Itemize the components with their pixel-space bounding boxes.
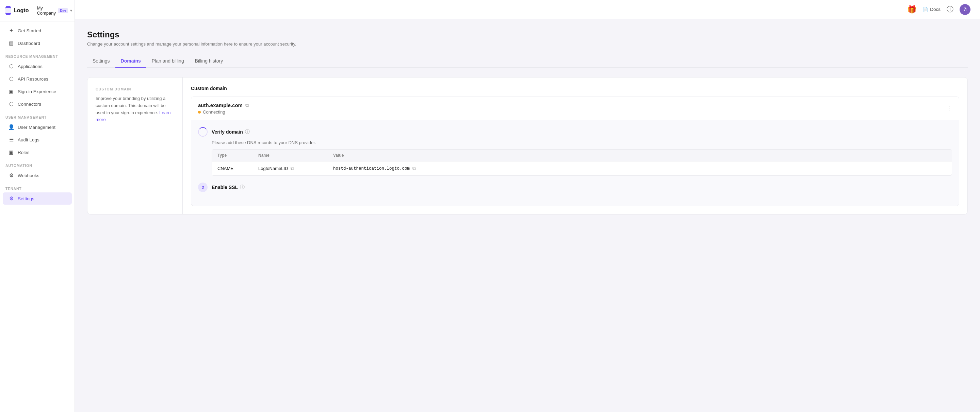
logto-logo	[5, 6, 11, 15]
docs-page-icon: 📄	[923, 7, 928, 12]
page-content: Settings Change your account settings an…	[75, 19, 980, 412]
sidebar-item-label: User Management	[18, 125, 56, 130]
step2-info-icon[interactable]: ⓘ	[240, 184, 245, 190]
step-desc: Please add these DNS records to your DNS…	[212, 140, 952, 145]
sidebar-item-applications[interactable]: ⬡ Applications	[3, 60, 72, 73]
sidebar-item-roles[interactable]: ▣ Roles	[3, 146, 72, 158]
sidebar-item-label: Audit Logs	[18, 137, 40, 143]
api-resources-icon: ⬡	[8, 76, 14, 82]
tab-billing-history[interactable]: Billing history	[189, 55, 228, 68]
sidebar-item-audit-logs[interactable]: ☰ Audit Logs	[3, 133, 72, 146]
company-selector[interactable]: My Company Dev ▾	[37, 5, 72, 16]
card-sidebar-label: CUSTOM DOMAIN	[95, 87, 174, 91]
docs-label: Docs	[930, 7, 940, 12]
main: 🎁 📄 Docs ⓘ Й Settings Change your accoun…	[75, 0, 980, 412]
dashboard-icon: ▤	[8, 40, 14, 46]
dns-col-type: Type	[218, 153, 258, 158]
company-name: My Company	[37, 5, 56, 16]
status-dot	[198, 111, 201, 114]
roles-icon: ▣	[8, 149, 14, 155]
copy-domain-icon[interactable]: ⧉	[245, 102, 249, 108]
copy-name-icon[interactable]: ⧉	[291, 166, 294, 171]
domain-name: auth.example.com	[198, 102, 243, 108]
topbar: 🎁 📄 Docs ⓘ Й	[75, 0, 980, 19]
dns-table-row: CNAME LogtoNameLID ⧉ hostd-authenticatio…	[212, 162, 952, 176]
help-icon[interactable]: ⓘ	[947, 5, 953, 14]
step-enable-ssl: 2 Enable SSL ⓘ	[198, 182, 952, 192]
dns-col-name: Name	[258, 153, 333, 158]
section-label-user: USER MANAGEMENT	[0, 111, 75, 121]
sidebar-item-get-started[interactable]: ✦ Get Started	[3, 24, 72, 37]
sidebar-item-connectors[interactable]: ⬡ Connectors	[3, 98, 72, 110]
domain-box: auth.example.com ⧉ Connecting ⋮	[191, 97, 959, 206]
learn-more-link[interactable]: Learn more	[95, 110, 170, 122]
page-subtitle: Change your account settings and manage …	[87, 41, 968, 47]
sidebar-item-label: Dashboard	[18, 41, 40, 46]
step-verify-domain: Verify domain ⓘ Please add these DNS rec…	[198, 127, 952, 176]
dev-badge: Dev	[58, 8, 68, 13]
status-text: Connecting	[203, 109, 225, 114]
step2-title: Enable SSL	[212, 185, 238, 190]
section-label-automation: AUTOMATION	[0, 159, 75, 169]
sidebar-item-sign-in-experience[interactable]: ▣ Sign-in Experience	[3, 85, 72, 98]
info-icon[interactable]: ⓘ	[245, 129, 250, 135]
step2-title-row: Enable SSL ⓘ	[212, 184, 245, 190]
dns-table: Type Name Value CNAME LogtoNameLID ⧉	[212, 149, 952, 176]
custom-domain-card: CUSTOM DOMAIN Improve your branding by u…	[87, 77, 968, 214]
step-spinner	[198, 127, 208, 137]
more-options-icon[interactable]: ⋮	[946, 105, 952, 111]
card-sidebar-desc: Improve your branding by utilizing a cus…	[95, 95, 174, 124]
sidebar-item-label: Webhooks	[18, 173, 40, 178]
sidebar-item-user-management[interactable]: 👤 User Management	[3, 121, 72, 133]
sidebar-item-api-resources[interactable]: ⬡ API Resources	[3, 73, 72, 85]
domain-steps: Verify domain ⓘ Please add these DNS rec…	[191, 120, 959, 206]
gift-icon[interactable]: 🎁	[907, 5, 916, 14]
domain-header: auth.example.com ⧉ Connecting ⋮	[191, 97, 959, 120]
get-started-icon: ✦	[8, 27, 14, 34]
card-main: Custom domain auth.example.com ⧉ Connect…	[183, 78, 967, 214]
dns-col-value: Value	[333, 153, 946, 158]
card-sidebar: CUSTOM DOMAIN Improve your branding by u…	[88, 78, 183, 214]
sidebar-item-label: Settings	[18, 196, 34, 201]
section-label-resource: RESOURCE MANAGEMENT	[0, 50, 75, 60]
sidebar-item-webhooks[interactable]: ⚙ Webhooks	[3, 169, 72, 182]
sidebar-header: Logto My Company Dev ▾	[0, 0, 75, 21]
sidebar-item-label: API Resources	[18, 76, 48, 82]
step-header: Verify domain ⓘ	[198, 127, 952, 137]
dns-name: LogtoNameLID	[258, 166, 288, 171]
dns-table-header: Type Name Value	[212, 150, 952, 162]
tab-domains[interactable]: Domains	[115, 55, 146, 68]
step2-header: 2 Enable SSL ⓘ	[198, 182, 952, 192]
user-management-icon: 👤	[8, 124, 14, 130]
logto-name: Logto	[14, 8, 29, 14]
sidebar-item-dashboard[interactable]: ▤ Dashboard	[3, 37, 72, 49]
step-title-row: Verify domain ⓘ	[212, 129, 250, 135]
sidebar-nav: ✦ Get Started ▤ Dashboard RESOURCE MANAG…	[0, 21, 75, 412]
settings-icon: ⚙	[8, 195, 14, 201]
step2-num: 2	[198, 182, 208, 192]
sign-in-experience-icon: ▣	[8, 89, 14, 95]
sidebar: Logto My Company Dev ▾ ✦ Get Started ▤ D…	[0, 0, 75, 412]
tab-settings[interactable]: Settings	[87, 55, 115, 68]
status-row: Connecting	[198, 109, 249, 114]
card-main-title: Custom domain	[191, 86, 959, 91]
dns-value-cell: hostd-authentication.logto.com ⧉	[333, 166, 946, 171]
page-title: Settings	[87, 30, 968, 40]
sidebar-item-label: Connectors	[18, 101, 41, 107]
tab-plan-billing[interactable]: Plan and billing	[146, 55, 189, 68]
webhooks-icon: ⚙	[8, 172, 14, 179]
docs-link[interactable]: 📄 Docs	[923, 7, 940, 12]
tab-bar: Settings Domains Plan and billing Billin…	[87, 55, 968, 68]
dns-type: CNAME	[218, 166, 258, 171]
step-title: Verify domain	[212, 129, 243, 135]
sidebar-item-settings[interactable]: ⚙ Settings	[3, 192, 72, 204]
avatar[interactable]: Й	[959, 4, 970, 15]
connectors-icon: ⬡	[8, 101, 14, 107]
sidebar-item-label: Sign-in Experience	[18, 89, 56, 94]
dns-name-cell: LogtoNameLID ⧉	[258, 166, 333, 171]
sidebar-item-label: Applications	[18, 64, 43, 69]
chevron-down-icon: ▾	[70, 8, 72, 13]
domain-name-row: auth.example.com ⧉	[198, 102, 249, 108]
copy-value-icon[interactable]: ⧉	[412, 166, 416, 171]
section-label-tenant: TENANT	[0, 182, 75, 192]
